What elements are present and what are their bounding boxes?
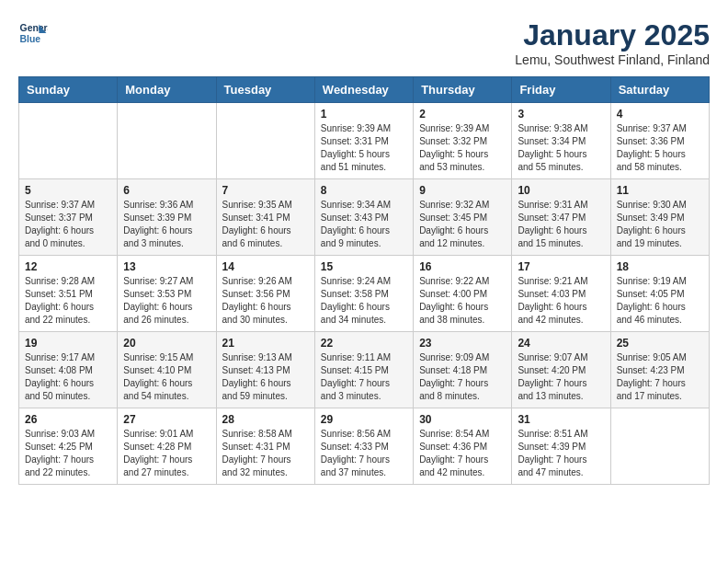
calendar-week-3: 12Sunrise: 9:28 AM Sunset: 3:51 PM Dayli… <box>19 256 710 332</box>
calendar-cell: 5Sunrise: 9:37 AM Sunset: 3:37 PM Daylig… <box>19 179 118 256</box>
day-number: 6 <box>123 184 210 197</box>
day-info: Sunrise: 9:22 AM Sunset: 4:00 PM Dayligh… <box>419 275 506 327</box>
day-info: Sunrise: 9:37 AM Sunset: 3:37 PM Dayligh… <box>25 199 111 250</box>
calendar-cell: 18Sunrise: 9:19 AM Sunset: 4:05 PM Dayli… <box>610 256 709 332</box>
day-info: Sunrise: 9:15 AM Sunset: 4:10 PM Dayligh… <box>123 351 210 403</box>
weekday-header-row: SundayMondayTuesdayWednesdayThursdayFrid… <box>19 77 710 103</box>
day-number: 13 <box>123 260 210 273</box>
day-number: 15 <box>321 260 407 273</box>
calendar-cell <box>19 103 118 179</box>
calendar-cell: 28Sunrise: 8:58 AM Sunset: 4:31 PM Dayli… <box>216 408 314 485</box>
calendar-cell: 21Sunrise: 9:13 AM Sunset: 4:13 PM Dayli… <box>216 332 314 408</box>
day-info: Sunrise: 9:11 AM Sunset: 4:15 PM Dayligh… <box>321 351 407 403</box>
day-info: Sunrise: 9:27 AM Sunset: 3:53 PM Dayligh… <box>123 275 210 327</box>
calendar-cell: 4Sunrise: 9:37 AM Sunset: 3:36 PM Daylig… <box>610 103 709 179</box>
day-info: Sunrise: 9:37 AM Sunset: 3:36 PM Dayligh… <box>617 122 703 174</box>
calendar-week-2: 5Sunrise: 9:37 AM Sunset: 3:37 PM Daylig… <box>19 179 710 256</box>
day-info: Sunrise: 9:07 AM Sunset: 4:20 PM Dayligh… <box>518 351 604 403</box>
day-number: 28 <box>222 413 309 426</box>
calendar-cell: 27Sunrise: 9:01 AM Sunset: 4:28 PM Dayli… <box>118 408 216 485</box>
calendar-week-5: 26Sunrise: 9:03 AM Sunset: 4:25 PM Dayli… <box>19 408 710 485</box>
weekday-header-monday: Monday <box>118 77 216 103</box>
weekday-header-tuesday: Tuesday <box>216 77 314 103</box>
calendar-cell: 15Sunrise: 9:24 AM Sunset: 3:58 PM Dayli… <box>314 256 413 332</box>
day-info: Sunrise: 9:39 AM Sunset: 3:32 PM Dayligh… <box>419 122 506 174</box>
weekday-header-friday: Friday <box>512 77 610 103</box>
day-number: 30 <box>419 413 506 426</box>
calendar-cell: 10Sunrise: 9:31 AM Sunset: 3:47 PM Dayli… <box>512 179 610 256</box>
day-number: 27 <box>123 413 210 426</box>
calendar-cell: 25Sunrise: 9:05 AM Sunset: 4:23 PM Dayli… <box>610 332 709 408</box>
day-info: Sunrise: 8:56 AM Sunset: 4:33 PM Dayligh… <box>321 428 407 479</box>
calendar-cell: 8Sunrise: 9:34 AM Sunset: 3:43 PM Daylig… <box>314 179 413 256</box>
day-info: Sunrise: 9:35 AM Sunset: 3:41 PM Dayligh… <box>222 199 309 250</box>
calendar-cell: 24Sunrise: 9:07 AM Sunset: 4:20 PM Dayli… <box>512 332 610 408</box>
logo-icon: General Blue <box>18 18 48 48</box>
calendar-cell: 22Sunrise: 9:11 AM Sunset: 4:15 PM Dayli… <box>314 332 413 408</box>
calendar-cell: 14Sunrise: 9:26 AM Sunset: 3:56 PM Dayli… <box>216 256 314 332</box>
calendar-cell <box>610 408 709 485</box>
day-info: Sunrise: 8:51 AM Sunset: 4:39 PM Dayligh… <box>518 428 604 479</box>
day-number: 9 <box>419 184 506 197</box>
day-number: 18 <box>617 260 703 273</box>
calendar-cell: 26Sunrise: 9:03 AM Sunset: 4:25 PM Dayli… <box>19 408 118 485</box>
day-info: Sunrise: 9:09 AM Sunset: 4:18 PM Dayligh… <box>419 351 506 403</box>
weekday-header-wednesday: Wednesday <box>314 77 413 103</box>
day-number: 14 <box>222 260 309 273</box>
day-info: Sunrise: 9:13 AM Sunset: 4:13 PM Dayligh… <box>222 351 309 403</box>
calendar-week-4: 19Sunrise: 9:17 AM Sunset: 4:08 PM Dayli… <box>19 332 710 408</box>
day-info: Sunrise: 9:30 AM Sunset: 3:49 PM Dayligh… <box>617 199 703 250</box>
day-number: 31 <box>518 413 604 426</box>
day-number: 19 <box>25 337 111 350</box>
day-info: Sunrise: 9:19 AM Sunset: 4:05 PM Dayligh… <box>617 275 703 327</box>
day-number: 4 <box>617 108 703 121</box>
title-block: January 2025 Lemu, Southwest Finland, Fi… <box>515 18 710 67</box>
day-info: Sunrise: 9:03 AM Sunset: 4:25 PM Dayligh… <box>25 428 111 479</box>
calendar-cell: 6Sunrise: 9:36 AM Sunset: 3:39 PM Daylig… <box>118 179 216 256</box>
day-info: Sunrise: 9:38 AM Sunset: 3:34 PM Dayligh… <box>518 122 604 174</box>
day-number: 21 <box>222 337 309 350</box>
calendar-cell: 3Sunrise: 9:38 AM Sunset: 3:34 PM Daylig… <box>512 103 610 179</box>
day-info: Sunrise: 9:05 AM Sunset: 4:23 PM Dayligh… <box>617 351 703 403</box>
day-number: 5 <box>25 184 111 197</box>
weekday-header-saturday: Saturday <box>610 77 709 103</box>
svg-text:Blue: Blue <box>20 34 41 44</box>
calendar-cell: 12Sunrise: 9:28 AM Sunset: 3:51 PM Dayli… <box>19 256 118 332</box>
day-info: Sunrise: 9:21 AM Sunset: 4:03 PM Dayligh… <box>518 275 604 327</box>
day-info: Sunrise: 9:36 AM Sunset: 3:39 PM Dayligh… <box>123 199 210 250</box>
day-number: 10 <box>518 184 604 197</box>
day-info: Sunrise: 9:26 AM Sunset: 3:56 PM Dayligh… <box>222 275 309 327</box>
day-number: 8 <box>321 184 407 197</box>
calendar-cell: 29Sunrise: 8:56 AM Sunset: 4:33 PM Dayli… <box>314 408 413 485</box>
calendar-cell: 9Sunrise: 9:32 AM Sunset: 3:45 PM Daylig… <box>414 179 512 256</box>
day-info: Sunrise: 8:58 AM Sunset: 4:31 PM Dayligh… <box>222 428 309 479</box>
day-number: 16 <box>419 260 506 273</box>
day-info: Sunrise: 9:34 AM Sunset: 3:43 PM Dayligh… <box>321 199 407 250</box>
calendar-cell: 19Sunrise: 9:17 AM Sunset: 4:08 PM Dayli… <box>19 332 118 408</box>
calendar-cell: 23Sunrise: 9:09 AM Sunset: 4:18 PM Dayli… <box>414 332 512 408</box>
day-number: 2 <box>419 108 506 121</box>
day-info: Sunrise: 9:32 AM Sunset: 3:45 PM Dayligh… <box>419 199 506 250</box>
month-title: January 2025 <box>515 18 710 52</box>
day-number: 11 <box>617 184 703 197</box>
calendar-cell: 13Sunrise: 9:27 AM Sunset: 3:53 PM Dayli… <box>118 256 216 332</box>
day-number: 29 <box>321 413 407 426</box>
day-number: 12 <box>25 260 111 273</box>
day-number: 7 <box>222 184 309 197</box>
day-number: 1 <box>321 108 407 121</box>
day-info: Sunrise: 9:01 AM Sunset: 4:28 PM Dayligh… <box>123 428 210 479</box>
day-number: 20 <box>123 337 210 350</box>
logo: General Blue <box>18 18 48 48</box>
day-number: 23 <box>419 337 506 350</box>
calendar-table: SundayMondayTuesdayWednesdayThursdayFrid… <box>18 76 710 485</box>
calendar-cell: 20Sunrise: 9:15 AM Sunset: 4:10 PM Dayli… <box>118 332 216 408</box>
day-info: Sunrise: 9:24 AM Sunset: 3:58 PM Dayligh… <box>321 275 407 327</box>
calendar-week-1: 1Sunrise: 9:39 AM Sunset: 3:31 PM Daylig… <box>19 103 710 179</box>
day-info: Sunrise: 9:31 AM Sunset: 3:47 PM Dayligh… <box>518 199 604 250</box>
calendar-cell <box>118 103 216 179</box>
calendar-cell: 11Sunrise: 9:30 AM Sunset: 3:49 PM Dayli… <box>610 179 709 256</box>
day-info: Sunrise: 9:28 AM Sunset: 3:51 PM Dayligh… <box>25 275 111 327</box>
calendar-cell: 16Sunrise: 9:22 AM Sunset: 4:00 PM Dayli… <box>414 256 512 332</box>
calendar-cell: 2Sunrise: 9:39 AM Sunset: 3:32 PM Daylig… <box>414 103 512 179</box>
page-header: General Blue January 2025 Lemu, Southwes… <box>18 18 710 67</box>
